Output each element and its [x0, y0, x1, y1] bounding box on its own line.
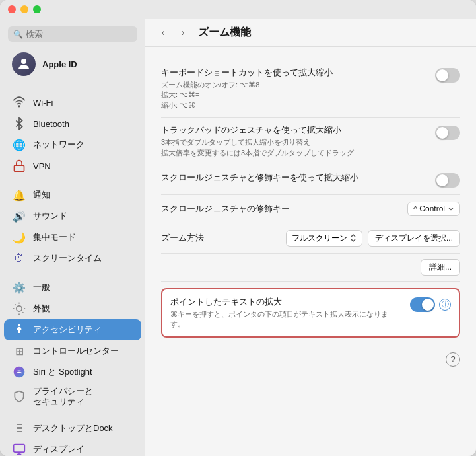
sidebar-item-notify[interactable]: 🔔 通知: [4, 184, 141, 206]
keyboard-zoom-row: キーボードショートカットを使って拡大縮小 ズーム機能のオン/オフ: ⌥⌘8拡大:…: [161, 60, 460, 118]
search-input[interactable]: [26, 29, 132, 39]
sidebar-item-label: ディスプレイ: [33, 443, 85, 455]
sidebar-item-vpn[interactable]: VPN: [4, 155, 141, 176]
panel-title: ズーム機能: [198, 26, 251, 40]
sidebar-item-sound[interactable]: 🔊 サウンド: [4, 206, 141, 227]
modifier-key-value: ^ Control: [413, 204, 445, 213]
modifier-key-select[interactable]: ^ Control: [407, 202, 460, 216]
sidebar-item-accessibility[interactable]: アクセシビリティ: [4, 319, 141, 340]
sidebar-item-focus[interactable]: 🌙 集中モード: [4, 227, 141, 248]
svg-line-7: [22, 312, 23, 313]
sidebar-item-apple-id[interactable]: Apple ID: [4, 47, 141, 81]
window: 🔍 Apple ID: [0, 0, 476, 456]
keyboard-zoom-desc: ズーム機能のオン/オフ: ⌥⌘8拡大: ⌥⌘=縮小: ⌥⌘-: [161, 80, 425, 110]
notify-icon: 🔔: [12, 188, 26, 202]
bluetooth-icon: [12, 116, 26, 131]
zoom-method-select[interactable]: フルスクリーン: [286, 230, 362, 247]
search-bar[interactable]: 🔍: [8, 26, 137, 42]
svg-point-0: [21, 59, 26, 64]
svg-point-3: [17, 306, 22, 311]
control-icon: ⊞: [12, 344, 26, 358]
back-button[interactable]: ‹: [156, 25, 170, 40]
trackpad-zoom-toggle[interactable]: [435, 126, 460, 140]
sidebar-item-label: スクリーンタイム: [33, 252, 102, 264]
sidebar-item-label: プライバシーとセキュリティ: [33, 386, 93, 406]
scroll-zoom-row: スクロールジェスチャと修飾キーを使って拡大縮小: [161, 165, 460, 195]
modifier-key-label: スクロールジェスチャの修飾キー: [161, 203, 290, 215]
wifi-icon: [12, 95, 26, 110]
privacy-icon: [12, 389, 26, 404]
accessibility-icon: [12, 323, 26, 337]
info-button[interactable]: ⓘ: [439, 299, 451, 311]
trackpad-zoom-toggle-container: [435, 126, 460, 140]
desktop-icon: 🖥: [12, 421, 26, 436]
modifier-key-row: スクロールジェスチャの修飾キー ^ Control: [161, 195, 460, 223]
pointer-zoom-label: ポイントしたテキストの拡大: [170, 296, 399, 308]
sidebar-item-label: 集中モード: [33, 231, 76, 243]
titlebar: [0, 0, 476, 19]
keyboard-zoom-toggle-container: [435, 68, 460, 83]
sidebar-item-desktop[interactable]: 🖥 デスクトップとDock: [4, 418, 141, 439]
zoom-method-row: ズーム方法 フルスクリーン ディスプレイを選択...: [161, 223, 460, 254]
panel-content: キーボードショートカットを使って拡大縮小 ズーム機能のオン/オフ: ⌥⌘8拡大:…: [145, 47, 476, 456]
avatar: [12, 52, 36, 76]
apple-id-name: Apple ID: [42, 59, 77, 69]
scroll-zoom-info: スクロールジェスチャと修飾キーを使って拡大縮小: [161, 172, 435, 184]
sidebar-item-control[interactable]: ⊞ コントロールセンター: [4, 340, 141, 361]
stepper-icon: [350, 233, 357, 243]
scroll-zoom-label: スクロールジェスチャと修飾キーを使って拡大縮小: [161, 172, 425, 184]
sound-icon: 🔊: [12, 209, 26, 223]
sidebar-item-label: 通知: [33, 189, 50, 201]
trackpad-zoom-info: トラックパッドのジェスチャを使って拡大縮小 3本指でダブルタップして拡大縮小を切…: [161, 124, 435, 158]
sidebar-item-label: 外観: [33, 303, 50, 315]
forward-button[interactable]: ›: [176, 25, 190, 40]
scroll-zoom-toggle[interactable]: [435, 173, 460, 188]
screentime-icon: ⏱: [12, 251, 26, 266]
svg-rect-2: [15, 165, 24, 171]
svg-rect-12: [14, 445, 25, 453]
svg-point-1: [18, 106, 20, 107]
sidebar-item-bluetooth[interactable]: Bluetooth: [4, 113, 141, 134]
sidebar-item-siri[interactable]: Siri と Spotlight: [4, 361, 141, 383]
display-icon: [12, 442, 26, 456]
pointer-zoom-toggle[interactable]: [410, 297, 435, 312]
general-icon: ⚙️: [12, 280, 26, 295]
keyboard-zoom-info: キーボードショートカットを使って拡大縮小 ズーム機能のオン/オフ: ⌥⌘8拡大:…: [161, 67, 435, 110]
maximize-button[interactable]: [33, 5, 41, 13]
minimize-button[interactable]: [20, 5, 28, 13]
sidebar-item-privacy[interactable]: プライバシーとセキュリティ: [4, 383, 141, 410]
zoom-method-value: フルスクリーン: [292, 233, 347, 244]
sidebar-item-network[interactable]: 🌐 ネットワーク: [4, 134, 141, 155]
sidebar-item-label: Wi-Fi: [33, 98, 53, 108]
focus-icon: 🌙: [12, 230, 26, 245]
panel-header: ‹ › ズーム機能: [145, 19, 476, 47]
trackpad-zoom-row: トラックパッドのジェスチャを使って拡大縮小 3本指でダブルタップして拡大縮小を切…: [161, 118, 460, 165]
sidebar-item-label: サウンド: [33, 210, 67, 222]
main-panel: ‹ › ズーム機能 キーボードショートカットを使って拡大縮小 ズーム機能のオン/…: [145, 19, 476, 456]
sidebar-item-wifi[interactable]: Wi-Fi: [4, 92, 141, 113]
svg-point-10: [18, 324, 20, 326]
sidebar-item-appearance[interactable]: 外観: [4, 298, 141, 319]
sidebar-item-screentime[interactable]: ⏱ スクリーンタイム: [4, 248, 141, 269]
sidebar-item-label: コントロールセンター: [33, 345, 119, 357]
trackpad-zoom-desc: 3本指でダブルタップして拡大縮小を切り替え拡大倍率を変更するには3本指でダブルタ…: [161, 137, 425, 158]
display-select-button[interactable]: ディスプレイを選択...: [368, 230, 460, 247]
help-button[interactable]: ?: [446, 352, 460, 367]
close-button[interactable]: [8, 5, 16, 13]
sidebar-item-label: 一般: [33, 282, 50, 293]
sidebar-item-label: Bluetooth: [33, 119, 69, 129]
pointer-zoom-row: ポイントしたテキストの拡大 ⌘キーを押すと、ポインタの下の項目がテキスト拡大表示…: [170, 296, 451, 330]
sidebar-item-general[interactable]: ⚙️ 一般: [4, 277, 141, 298]
svg-line-6: [15, 305, 16, 305]
keyboard-zoom-label: キーボードショートカットを使って拡大縮小: [161, 67, 425, 79]
siri-icon: [12, 365, 26, 379]
trackpad-zoom-label: トラックパッドのジェスチャを使って拡大縮小: [161, 124, 425, 136]
details-button[interactable]: 詳細...: [421, 259, 460, 276]
keyboard-zoom-toggle[interactable]: [435, 68, 460, 83]
pointer-zoom-desc: ⌘キーを押すと、ポインタの下の項目がテキスト拡大表示になります。: [170, 309, 399, 330]
apple-id-text: Apple ID: [42, 59, 77, 69]
sidebar: 🔍 Apple ID: [0, 19, 145, 456]
sidebar-item-display[interactable]: ディスプレイ: [4, 439, 141, 456]
zoom-method-controls: フルスクリーン ディスプレイを選択...: [286, 230, 460, 247]
pointer-zoom-info: ポイントしたテキストの拡大 ⌘キーを押すと、ポインタの下の項目がテキスト拡大表示…: [170, 296, 410, 330]
